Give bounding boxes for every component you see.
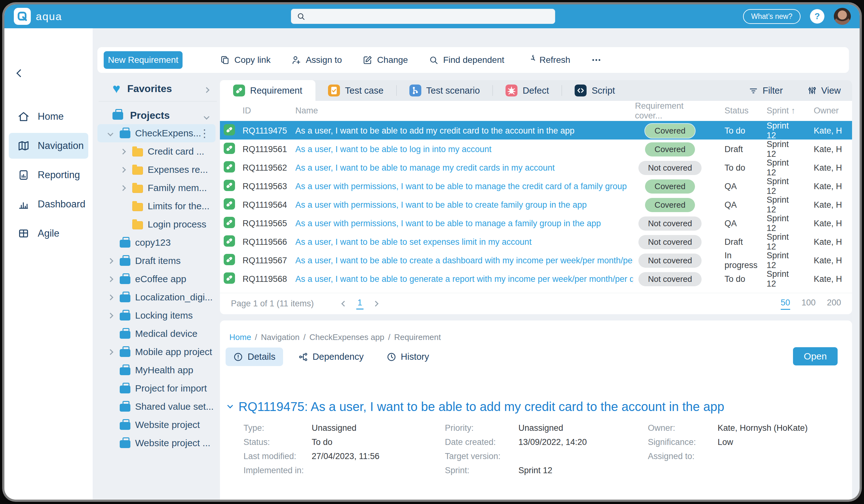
- previous-page-icon[interactable]: [341, 301, 347, 307]
- tree-item-project[interactable]: eCoffee app: [97, 270, 218, 288]
- page-size-100[interactable]: 100: [802, 298, 816, 310]
- tab-script[interactable]: Script: [562, 80, 627, 101]
- refresh-button[interactable]: Refresh: [525, 55, 570, 65]
- expand-favorites-icon[interactable]: [205, 83, 208, 95]
- sidebar-item-navigation[interactable]: Navigation: [9, 133, 88, 159]
- requirement-icon: [224, 161, 235, 172]
- find-dependent-button[interactable]: Find dependent: [429, 55, 504, 65]
- row-name-link[interactable]: As a user with permissions, I want to be…: [294, 182, 633, 191]
- detail-title[interactable]: RQ1119475: As a user, I want to be able …: [228, 400, 724, 414]
- change-button[interactable]: Change: [362, 55, 408, 65]
- expand-node-icon[interactable]: [107, 313, 113, 318]
- help-icon[interactable]: ?: [810, 9, 825, 24]
- new-requirement-button[interactable]: New Requirement: [104, 51, 182, 69]
- sidebar-item-reporting[interactable]: Reporting: [9, 162, 88, 188]
- row-name-link[interactable]: As a user, I want to be able to set expe…: [294, 237, 633, 247]
- tree-item-project[interactable]: Website project: [97, 416, 218, 434]
- column-header-name[interactable]: Name: [294, 106, 633, 116]
- tree-item-project[interactable]: Medical device: [97, 325, 218, 343]
- table-row[interactable]: RQ1119568 As a user, I want to be able t…: [220, 269, 852, 288]
- row-name-link[interactable]: As a user, I want to be able to create a…: [294, 256, 633, 265]
- column-header-id[interactable]: ID: [239, 106, 294, 116]
- expand-node-icon[interactable]: [107, 349, 113, 355]
- tree-item-folder[interactable]: Credit card ...: [97, 142, 218, 160]
- tab-details[interactable]: Details: [226, 348, 283, 366]
- row-name-link[interactable]: As a user with permissions, I want to be…: [294, 200, 633, 210]
- tab-requirement[interactable]: Requirement: [220, 80, 315, 101]
- sidebar-item-agile[interactable]: Agile: [9, 220, 88, 247]
- collapse-node-icon[interactable]: [107, 130, 113, 136]
- breadcrumb-home[interactable]: Home: [229, 333, 251, 342]
- expand-node-icon[interactable]: [120, 148, 126, 154]
- divider: [99, 101, 217, 101]
- search-input[interactable]: [310, 12, 550, 21]
- tab-test-scenario[interactable]: Test scenario: [397, 80, 493, 101]
- collapse-projects-icon[interactable]: [205, 110, 208, 121]
- row-name-link[interactable]: As a user, I want to be able to log in i…: [294, 145, 633, 154]
- coverage-badge: Not covered: [638, 272, 701, 286]
- tree-item-project[interactable]: Project for import: [97, 379, 218, 397]
- favorites-header[interactable]: ♥ Favorites: [97, 80, 218, 97]
- more-actions-button[interactable]: [591, 55, 602, 65]
- column-header-owner[interactable]: Owner: [800, 106, 852, 116]
- table-row[interactable]: RQ1119565 As a user with permissions, I …: [220, 214, 852, 232]
- table-row[interactable]: RQ1119563 As a user with permissions, I …: [220, 177, 852, 195]
- tree-item-project[interactable]: copy123: [97, 233, 218, 252]
- view-button[interactable]: View: [807, 85, 841, 96]
- copy-link-button[interactable]: Copy link: [220, 55, 271, 65]
- expand-node-icon[interactable]: [120, 185, 126, 191]
- tree-item-folder[interactable]: Login process: [97, 215, 218, 233]
- page-size-50[interactable]: 50: [781, 298, 790, 310]
- row-name-link[interactable]: As a user with permissions, I want to be…: [294, 219, 633, 228]
- page-number[interactable]: 1: [356, 298, 363, 310]
- expand-node-icon[interactable]: [120, 167, 126, 172]
- sidebar-item-label: Navigation: [38, 140, 84, 152]
- table-row[interactable]: RQ1119564 As a user with permissions, I …: [220, 195, 852, 214]
- table-row[interactable]: RQ1119562 As a user, I want to be able t…: [220, 158, 852, 177]
- tree-item-project[interactable]: Website project ...: [97, 434, 218, 452]
- page-size-200[interactable]: 200: [827, 298, 841, 310]
- tab-history[interactable]: History: [379, 348, 437, 366]
- tab-defect[interactable]: Defect: [493, 80, 562, 101]
- expand-node-icon[interactable]: [107, 258, 113, 264]
- collapse-sidebar-icon[interactable]: [17, 70, 23, 77]
- table-row[interactable]: RQ1119561 As a user, I want to be able t…: [220, 140, 852, 158]
- row-name-link[interactable]: As a user, I want to be able to manage m…: [294, 163, 633, 173]
- expand-node-icon[interactable]: [107, 276, 113, 282]
- assign-to-button[interactable]: Assign to: [291, 55, 342, 65]
- projects-header[interactable]: Projects: [97, 107, 218, 124]
- open-button[interactable]: Open: [793, 347, 838, 365]
- filter-button[interactable]: Filter: [749, 85, 783, 96]
- table-row[interactable]: RQ1119566 As a user, I want to be able t…: [220, 232, 852, 251]
- row-name-link[interactable]: As a user, I want to be able to generate…: [294, 274, 633, 284]
- collapse-section-icon[interactable]: [227, 403, 233, 408]
- sidebar-item-home[interactable]: Home: [9, 104, 88, 130]
- kebab-menu-icon[interactable]: ⋮: [199, 127, 210, 140]
- tree-item-project[interactable]: Locking items: [97, 307, 218, 325]
- tree-item-project[interactable]: Shared value set...: [97, 397, 218, 416]
- tab-test-case[interactable]: Test case: [315, 80, 396, 101]
- tree-item-folder[interactable]: Family mem...: [97, 179, 218, 197]
- table-row[interactable]: RQ1119567 As a user, I want to be able t…: [220, 251, 852, 269]
- avatar[interactable]: [834, 8, 851, 25]
- row-name-link[interactable]: As a user, I want to be able to add my c…: [294, 126, 633, 136]
- tree-item-checkexpenses[interactable]: CheckExpens... ⋮: [97, 124, 216, 142]
- breadcrumb-item[interactable]: Navigation: [261, 333, 300, 342]
- column-header-sprint[interactable]: Sprint ↑: [753, 106, 800, 116]
- tree-item-folder[interactable]: Expenses re...: [97, 160, 218, 179]
- tree-item-project[interactable]: MyHealth app: [97, 361, 218, 379]
- column-header-status[interactable]: Status: [707, 106, 753, 116]
- tree-item-folder[interactable]: Limits for the...: [97, 197, 218, 215]
- sidebar-item-dashboard[interactable]: Dashboard: [9, 191, 88, 217]
- whats-new-button[interactable]: What’s new?: [743, 9, 801, 24]
- tab-dependency[interactable]: Dependency: [291, 348, 371, 366]
- column-header-coverage[interactable]: Requirement cover...: [633, 101, 707, 121]
- tree-item-project[interactable]: Mobile app project: [97, 343, 218, 361]
- next-page-icon[interactable]: [373, 301, 378, 307]
- breadcrumb-item[interactable]: CheckExpenses app: [310, 333, 384, 342]
- tree-item-project[interactable]: Localization_digi...: [97, 288, 218, 307]
- tree-item-project[interactable]: Draft items: [97, 252, 218, 270]
- global-search[interactable]: [291, 9, 555, 24]
- table-row[interactable]: RQ1119475 As a user, I want to be able t…: [220, 121, 852, 140]
- expand-node-icon[interactable]: [107, 295, 113, 300]
